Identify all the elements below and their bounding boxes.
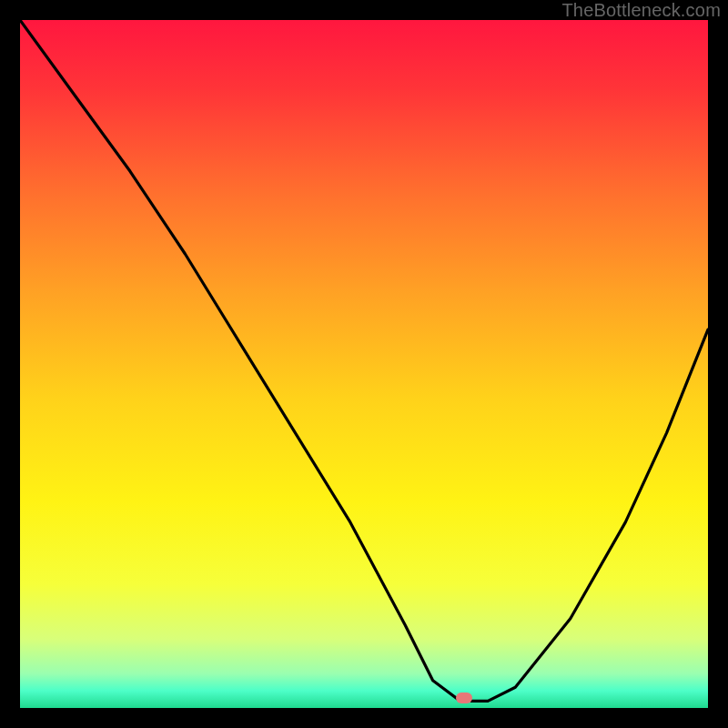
optimal-marker xyxy=(456,693,472,703)
chart-frame: TheBottleneck.com xyxy=(0,0,728,728)
plot-area xyxy=(20,20,708,708)
chart-background xyxy=(20,20,708,708)
watermark-text: TheBottleneck.com xyxy=(561,0,721,21)
chart-svg xyxy=(20,20,708,708)
